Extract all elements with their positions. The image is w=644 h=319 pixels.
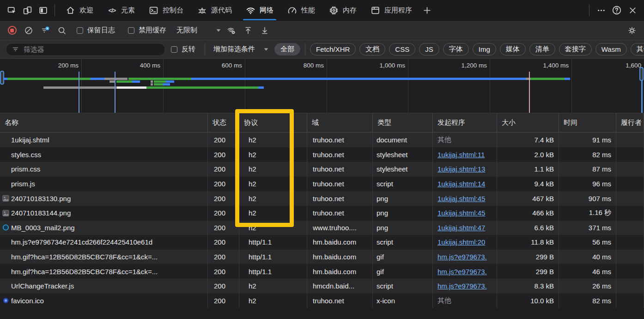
table-row[interactable]: 240710183144.png 200 h2 truhoo.net png 1… (0, 206, 644, 221)
tab-performance[interactable]: 性能 (280, 0, 322, 20)
disable-cache-checkbox[interactable]: 禁用缓存 (128, 26, 166, 35)
filter-chip-6[interactable]: Img (473, 43, 496, 55)
right-range-line[interactable] (641, 81, 643, 113)
filter-input[interactable] (24, 45, 159, 53)
initiator-link[interactable]: 1ukijaj.shtml:13 (437, 165, 485, 173)
filter-chip-3[interactable]: CSS (389, 43, 415, 55)
table-row[interactable]: 240710183130.png 200 h2 truhoo.net png 1… (0, 191, 644, 206)
preserve-log-checkbox[interactable]: 保留日志 (77, 26, 115, 35)
record-network-log-icon[interactable] (5, 24, 19, 37)
inspect-icon[interactable] (4, 2, 19, 18)
network-conditions-icon[interactable] (224, 24, 239, 37)
chevron-down-icon[interactable] (262, 46, 270, 53)
settings-gear-icon[interactable] (625, 24, 639, 37)
initiator-link[interactable]: hm.js?e979673. (437, 282, 487, 290)
initiator-link[interactable]: 1ukijaj.shtml:20 (437, 238, 485, 246)
table-row[interactable]: hm.js?e9796734e7241cd266f224425410e61d 2… (0, 235, 644, 250)
dock-side-icon[interactable] (35, 2, 51, 18)
import-har-icon[interactable] (241, 24, 255, 37)
filter-chip-5[interactable]: 字体 (443, 43, 469, 55)
cell-name[interactable]: UrlChangeTracker.js (0, 279, 208, 294)
filter-chip-1[interactable]: Fetch/XHR (310, 43, 356, 55)
filter-chip-10[interactable]: Wasm (595, 43, 627, 55)
checkbox[interactable] (128, 27, 134, 34)
invert-checkbox[interactable]: 反转 (171, 45, 195, 54)
tab-sources[interactable]: 源代码 (190, 0, 239, 20)
column-header-7[interactable]: 时间 (559, 113, 616, 132)
tab-network[interactable]: 网络 (239, 0, 280, 20)
column-header-1[interactable]: 状态 (208, 113, 239, 132)
cell-name[interactable]: favicon.ico (0, 294, 208, 308)
help-icon[interactable] (609, 2, 625, 18)
filter-chip-2[interactable]: 文档 (359, 43, 385, 55)
cell-domain: truhoo.net (307, 162, 373, 177)
cell-name[interactable]: 240710183144.png (0, 206, 208, 221)
filter-chip-7[interactable]: 媒体 (500, 43, 526, 55)
left-range-handle[interactable] (0, 71, 4, 85)
tab-elements[interactable]: </> 元素 (100, 0, 142, 20)
tab-welcome[interactable]: 欢迎 (59, 0, 100, 20)
table-row[interactable]: MB_0003_mail2.png 200 h2 www.truhoo.... … (0, 221, 644, 235)
filter-chip-11[interactable]: 其他 (631, 43, 644, 55)
column-header-8[interactable]: 履行者 (616, 113, 644, 132)
table-row[interactable]: hm.gif?hca=12B56D82B5CBC78F&cc=1&ck=... … (0, 250, 644, 264)
initiator-link[interactable]: hm.js?e979673. (437, 268, 487, 276)
cell-size: 6.6 kB (497, 221, 559, 235)
filter-icon[interactable] (38, 24, 53, 37)
table-row[interactable]: hm.gif?hca=12B56D82B5CBC78F&cc=1&ck=... … (0, 264, 644, 279)
checkbox[interactable] (171, 46, 177, 53)
right-range-handle[interactable] (639, 67, 644, 81)
cell-name[interactable]: hm.gif?hca=12B56D82B5CBC78F&cc=1&ck=... (0, 264, 208, 279)
table-row[interactable]: 1ukijaj.shtml 200 h2 truhoo.net document… (0, 133, 644, 147)
table-row[interactable]: favicon.ico 200 h2 truhoo.net x-icon 其他 … (0, 294, 644, 308)
initiator-link[interactable]: 1ukijaj.shtml:14 (437, 180, 485, 188)
funnel-icon (12, 45, 19, 53)
initiator-link[interactable]: 1ukijaj.shtml:47 (437, 224, 485, 232)
initiator-text: 其他 (437, 296, 451, 305)
cell-name[interactable]: MB_0003_mail2.png (0, 221, 208, 235)
code-icon: </> (107, 6, 117, 15)
column-header-0[interactable]: 名称 (0, 113, 208, 132)
more-tabs-icon[interactable] (419, 2, 435, 18)
more-options-icon[interactable] (593, 2, 609, 18)
network-overview-timeline[interactable]: 200 ms400 ms600 ms800 ms1,000 ms1,200 ms… (0, 59, 644, 113)
throttling-dropdown[interactable]: 无限制 (176, 26, 222, 35)
cell-name[interactable]: prism.js (0, 177, 208, 191)
filter-chip-0[interactable]: 全部 (274, 43, 300, 55)
column-header-6[interactable]: 大小 (497, 113, 559, 132)
more-filters-dropdown[interactable]: 增加筛选条件 (213, 45, 270, 54)
clear-network-log-icon[interactable] (21, 24, 36, 37)
filter-chip-4[interactable]: JS (419, 43, 439, 55)
table-row[interactable]: UrlChangeTracker.js 200 h2 hmcdn.baid...… (0, 279, 644, 294)
cell-name[interactable]: styles.css (0, 147, 208, 162)
cell-name[interactable]: 1ukijaj.shtml (0, 133, 208, 147)
tab-application[interactable]: 应用程序 (364, 0, 419, 20)
export-har-icon[interactable] (257, 24, 272, 37)
column-header-3[interactable]: 域 (307, 113, 373, 132)
device-toolbar-icon[interactable] (19, 2, 35, 18)
tab-memory[interactable]: 内存 (322, 0, 364, 20)
filter-chip-8[interactable]: 清单 (529, 43, 555, 55)
initiator-link[interactable]: 1ukijaj.shtml:45 (437, 209, 485, 217)
initiator-link[interactable]: 1ukijaj.shtml:45 (437, 195, 485, 202)
cell-name[interactable]: 240710183130.png (0, 191, 208, 206)
checkbox[interactable] (77, 27, 83, 34)
initiator-link[interactable]: 1ukijaj.shtml:11 (437, 151, 485, 159)
cell-initiator: 其他 (433, 133, 497, 147)
column-header-4[interactable]: 类型 (373, 113, 433, 132)
table-row[interactable]: prism.css 200 h2 truhoo.net stylesheet 1… (0, 162, 644, 177)
timeline-tick-label: 1,400 ms (526, 62, 569, 69)
table-row[interactable]: styles.css 200 h2 truhoo.net stylesheet … (0, 147, 644, 162)
column-header-5[interactable]: 发起程序 (433, 113, 497, 132)
close-icon[interactable] (625, 2, 640, 18)
column-header-2[interactable]: 协议 (239, 113, 307, 132)
chevron-down-icon[interactable] (215, 27, 222, 34)
filter-chip-9[interactable]: 套接字 (559, 43, 592, 55)
tab-console[interactable]: 控制台 (142, 0, 190, 20)
cell-name[interactable]: hm.gif?hca=12B56D82B5CBC78F&cc=1&ck=... (0, 250, 208, 264)
table-row[interactable]: prism.js 200 h2 truhoo.net script 1ukija… (0, 177, 644, 191)
search-icon[interactable] (55, 24, 69, 37)
cell-name[interactable]: prism.css (0, 162, 208, 177)
cell-name[interactable]: hm.js?e9796734e7241cd266f224425410e61d (0, 235, 208, 250)
initiator-link[interactable]: hm.js?e979673. (437, 253, 487, 261)
